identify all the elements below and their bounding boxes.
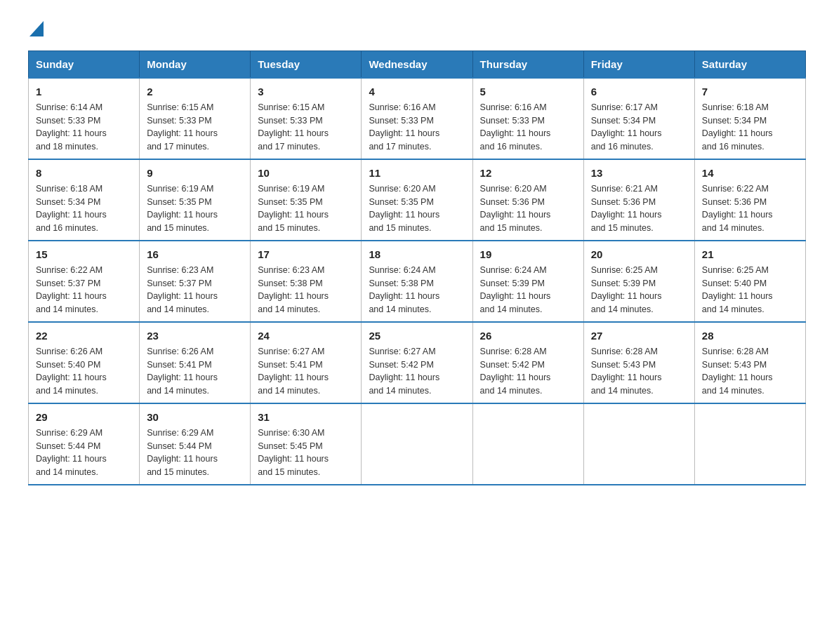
- day-info: Sunrise: 6:19 AMSunset: 5:35 PMDaylight:…: [258, 184, 329, 233]
- calendar-table: SundayMondayTuesdayWednesdayThursdayFrid…: [28, 51, 806, 485]
- calendar-header-sunday: Sunday: [29, 51, 140, 79]
- day-number: 20: [591, 247, 687, 262]
- day-number: 25: [369, 328, 465, 343]
- calendar-week-row: 1 Sunrise: 6:14 AMSunset: 5:33 PMDayligh…: [29, 78, 806, 159]
- calendar-cell: 8 Sunrise: 6:18 AMSunset: 5:34 PMDayligh…: [29, 159, 140, 241]
- calendar-header-row: SundayMondayTuesdayWednesdayThursdayFrid…: [29, 51, 806, 79]
- calendar-cell: 10 Sunrise: 6:19 AMSunset: 5:35 PMDaylig…: [251, 159, 362, 241]
- day-info: Sunrise: 6:29 AMSunset: 5:44 PMDaylight:…: [36, 428, 107, 477]
- day-number: 28: [702, 328, 798, 343]
- calendar-cell: 28 Sunrise: 6:28 AMSunset: 5:43 PMDaylig…: [694, 322, 805, 403]
- day-number: 3: [258, 84, 354, 99]
- calendar-cell: [472, 403, 583, 485]
- day-number: 2: [147, 84, 243, 99]
- calendar-week-row: 29 Sunrise: 6:29 AMSunset: 5:44 PMDaylig…: [29, 403, 806, 485]
- day-info: Sunrise: 6:26 AMSunset: 5:40 PMDaylight:…: [36, 347, 107, 396]
- day-number: 10: [258, 166, 354, 180]
- calendar-header-thursday: Thursday: [472, 51, 583, 79]
- day-number: 9: [147, 166, 243, 180]
- calendar-week-row: 8 Sunrise: 6:18 AMSunset: 5:34 PMDayligh…: [29, 159, 806, 241]
- day-info: Sunrise: 6:27 AMSunset: 5:41 PMDaylight:…: [258, 347, 329, 396]
- day-number: 18: [369, 247, 465, 262]
- day-info: Sunrise: 6:19 AMSunset: 5:35 PMDaylight:…: [147, 184, 218, 233]
- calendar-cell: 21 Sunrise: 6:25 AMSunset: 5:40 PMDaylig…: [694, 241, 805, 322]
- day-info: Sunrise: 6:27 AMSunset: 5:42 PMDaylight:…: [369, 347, 439, 396]
- day-info: Sunrise: 6:16 AMSunset: 5:33 PMDaylight:…: [480, 102, 551, 152]
- day-number: 1: [36, 84, 132, 99]
- day-number: 15: [36, 247, 132, 262]
- day-info: Sunrise: 6:28 AMSunset: 5:42 PMDaylight:…: [480, 347, 551, 396]
- calendar-cell: 29 Sunrise: 6:29 AMSunset: 5:44 PMDaylig…: [29, 403, 140, 485]
- calendar-cell: 24 Sunrise: 6:27 AMSunset: 5:41 PMDaylig…: [251, 322, 362, 403]
- day-info: Sunrise: 6:26 AMSunset: 5:41 PMDaylight:…: [147, 347, 218, 396]
- svg-marker-0: [29, 21, 44, 36]
- calendar-cell: 26 Sunrise: 6:28 AMSunset: 5:42 PMDaylig…: [472, 322, 583, 403]
- day-number: 14: [702, 166, 798, 180]
- calendar-cell: 2 Sunrise: 6:15 AMSunset: 5:33 PMDayligh…: [140, 78, 251, 159]
- calendar-cell: 12 Sunrise: 6:20 AMSunset: 5:36 PMDaylig…: [472, 159, 583, 241]
- day-info: Sunrise: 6:23 AMSunset: 5:38 PMDaylight:…: [258, 265, 329, 314]
- day-info: Sunrise: 6:22 AMSunset: 5:37 PMDaylight:…: [36, 265, 107, 314]
- day-number: 21: [702, 247, 798, 262]
- day-number: 8: [36, 166, 132, 180]
- day-info: Sunrise: 6:24 AMSunset: 5:39 PMDaylight:…: [480, 265, 551, 314]
- day-info: Sunrise: 6:28 AMSunset: 5:43 PMDaylight:…: [591, 347, 662, 396]
- calendar-cell: [362, 403, 472, 485]
- day-info: Sunrise: 6:25 AMSunset: 5:39 PMDaylight:…: [591, 265, 662, 314]
- calendar-cell: 19 Sunrise: 6:24 AMSunset: 5:39 PMDaylig…: [472, 241, 583, 322]
- day-number: 17: [258, 247, 354, 262]
- calendar-header-saturday: Saturday: [694, 51, 805, 79]
- day-info: Sunrise: 6:28 AMSunset: 5:43 PMDaylight:…: [702, 347, 773, 396]
- calendar-cell: 6 Sunrise: 6:17 AMSunset: 5:34 PMDayligh…: [583, 78, 694, 159]
- day-number: 24: [258, 328, 354, 343]
- day-number: 30: [147, 410, 243, 424]
- day-info: Sunrise: 6:30 AMSunset: 5:45 PMDaylight:…: [258, 428, 329, 477]
- calendar-cell: 11 Sunrise: 6:20 AMSunset: 5:35 PMDaylig…: [362, 159, 472, 241]
- day-info: Sunrise: 6:17 AMSunset: 5:34 PMDaylight:…: [591, 102, 662, 152]
- day-info: Sunrise: 6:23 AMSunset: 5:37 PMDaylight:…: [147, 265, 218, 314]
- calendar-header-tuesday: Tuesday: [251, 51, 362, 79]
- calendar-cell: 13 Sunrise: 6:21 AMSunset: 5:36 PMDaylig…: [583, 159, 694, 241]
- day-number: 23: [147, 328, 243, 343]
- calendar-cell: 9 Sunrise: 6:19 AMSunset: 5:35 PMDayligh…: [140, 159, 251, 241]
- day-number: 13: [591, 166, 687, 180]
- day-info: Sunrise: 6:16 AMSunset: 5:33 PMDaylight:…: [369, 102, 439, 152]
- calendar-cell: 30 Sunrise: 6:29 AMSunset: 5:44 PMDaylig…: [140, 403, 251, 485]
- day-info: Sunrise: 6:21 AMSunset: 5:36 PMDaylight:…: [591, 184, 662, 233]
- calendar-cell: 1 Sunrise: 6:14 AMSunset: 5:33 PMDayligh…: [29, 78, 140, 159]
- calendar-cell: 3 Sunrise: 6:15 AMSunset: 5:33 PMDayligh…: [251, 78, 362, 159]
- calendar-cell: 20 Sunrise: 6:25 AMSunset: 5:39 PMDaylig…: [583, 241, 694, 322]
- calendar-week-row: 22 Sunrise: 6:26 AMSunset: 5:40 PMDaylig…: [29, 322, 806, 403]
- day-number: 22: [36, 328, 132, 343]
- day-info: Sunrise: 6:15 AMSunset: 5:33 PMDaylight:…: [258, 102, 329, 152]
- calendar-cell: 22 Sunrise: 6:26 AMSunset: 5:40 PMDaylig…: [29, 322, 140, 403]
- day-number: 5: [480, 84, 576, 99]
- calendar-header-monday: Monday: [140, 51, 251, 79]
- calendar-cell: 7 Sunrise: 6:18 AMSunset: 5:34 PMDayligh…: [694, 78, 805, 159]
- calendar-cell: 16 Sunrise: 6:23 AMSunset: 5:37 PMDaylig…: [140, 241, 251, 322]
- day-info: Sunrise: 6:15 AMSunset: 5:33 PMDaylight:…: [147, 102, 218, 152]
- day-info: Sunrise: 6:22 AMSunset: 5:36 PMDaylight:…: [702, 184, 773, 233]
- day-number: 11: [369, 166, 465, 180]
- logo-area: [28, 21, 45, 36]
- logo-flag-icon: [29, 21, 44, 36]
- day-number: 16: [147, 247, 243, 262]
- day-info: Sunrise: 6:20 AMSunset: 5:36 PMDaylight:…: [480, 184, 551, 233]
- calendar-header-wednesday: Wednesday: [362, 51, 472, 79]
- day-number: 29: [36, 410, 132, 424]
- day-number: 19: [480, 247, 576, 262]
- day-number: 26: [480, 328, 576, 343]
- calendar-header-friday: Friday: [583, 51, 694, 79]
- calendar-cell: 27 Sunrise: 6:28 AMSunset: 5:43 PMDaylig…: [583, 322, 694, 403]
- day-number: 27: [591, 328, 687, 343]
- calendar-cell: 23 Sunrise: 6:26 AMSunset: 5:41 PMDaylig…: [140, 322, 251, 403]
- day-info: Sunrise: 6:29 AMSunset: 5:44 PMDaylight:…: [147, 428, 218, 477]
- day-info: Sunrise: 6:18 AMSunset: 5:34 PMDaylight:…: [36, 184, 107, 233]
- calendar-cell: 17 Sunrise: 6:23 AMSunset: 5:38 PMDaylig…: [251, 241, 362, 322]
- day-info: Sunrise: 6:25 AMSunset: 5:40 PMDaylight:…: [702, 265, 773, 314]
- day-number: 12: [480, 166, 576, 180]
- calendar-cell: 4 Sunrise: 6:16 AMSunset: 5:33 PMDayligh…: [362, 78, 472, 159]
- day-number: 4: [369, 84, 465, 99]
- day-info: Sunrise: 6:24 AMSunset: 5:38 PMDaylight:…: [369, 265, 439, 314]
- calendar-cell: 15 Sunrise: 6:22 AMSunset: 5:37 PMDaylig…: [29, 241, 140, 322]
